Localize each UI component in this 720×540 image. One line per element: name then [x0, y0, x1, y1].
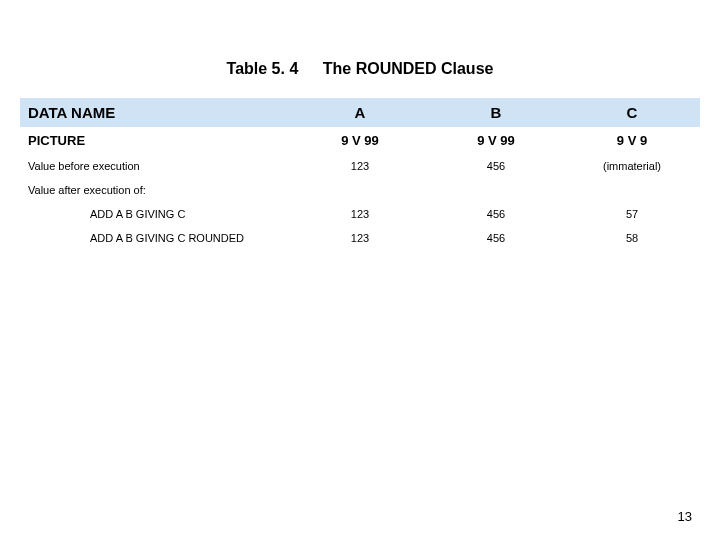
picture-b: 9 V 99 — [428, 127, 564, 154]
header-col-c: C — [564, 98, 700, 127]
picture-row: PICTURE 9 V 99 9 V 99 9 V 9 — [20, 127, 700, 154]
table-header-row: DATA NAME A B C — [20, 98, 700, 127]
row-a: 123 — [292, 202, 428, 226]
table-title: Table 5. 4 The ROUNDED Clause — [20, 60, 700, 78]
picture-a: 9 V 99 — [292, 127, 428, 154]
rounded-clause-table: DATA NAME A B C PICTURE 9 V 99 9 V 99 9 … — [20, 98, 700, 250]
header-col-a: A — [292, 98, 428, 127]
row-label: ADD A B GIVING C — [20, 202, 292, 226]
row-c: 58 — [564, 226, 700, 250]
row-c: 57 — [564, 202, 700, 226]
table-title-text: The ROUNDED Clause — [323, 60, 494, 78]
table-row: Value before execution 123 456 (immateri… — [20, 154, 700, 178]
table-row: ADD A B GIVING C 123 456 57 — [20, 202, 700, 226]
row-b: 456 — [428, 226, 564, 250]
row-a: 123 — [292, 154, 428, 178]
slide: Table 5. 4 The ROUNDED Clause DATA NAME … — [0, 0, 720, 540]
row-label: Value before execution — [20, 154, 292, 178]
table-row: ADD A B GIVING C ROUNDED 123 456 58 — [20, 226, 700, 250]
header-label: DATA NAME — [20, 98, 292, 127]
table-number: Table 5. 4 — [227, 60, 299, 78]
section-header-row: Value after execution of: — [20, 178, 700, 202]
row-b: 456 — [428, 202, 564, 226]
page-number: 13 — [678, 509, 692, 524]
row-b: 456 — [428, 154, 564, 178]
header-col-b: B — [428, 98, 564, 127]
row-label: ADD A B GIVING C ROUNDED — [20, 226, 292, 250]
row-a: 123 — [292, 226, 428, 250]
picture-label: PICTURE — [20, 127, 292, 154]
section-label: Value after execution of: — [20, 178, 700, 202]
row-c: (immaterial) — [564, 154, 700, 178]
picture-c: 9 V 9 — [564, 127, 700, 154]
